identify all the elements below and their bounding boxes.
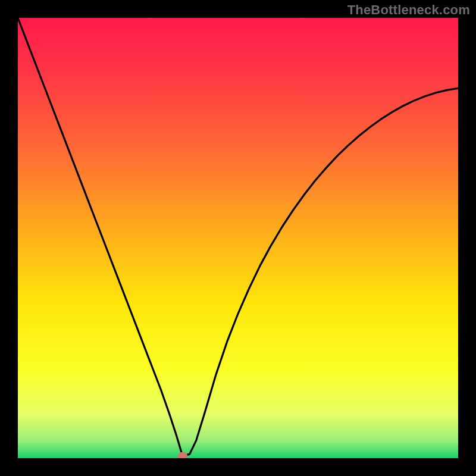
chart-frame: TheBottleneck.com	[0, 0, 476, 476]
optimal-point-marker	[178, 452, 187, 458]
bottleneck-curve	[18, 18, 458, 458]
plot-area	[18, 18, 458, 458]
watermark-text: TheBottleneck.com	[347, 2, 470, 18]
